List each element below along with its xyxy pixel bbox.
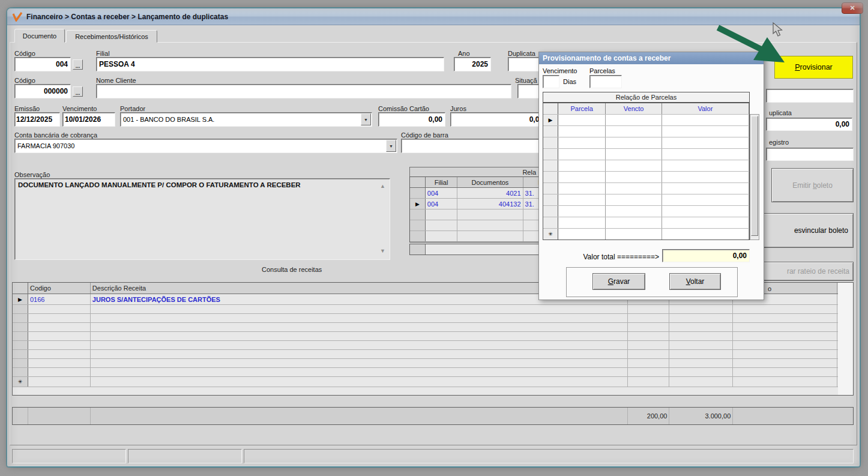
tab-documento[interactable]: Documento	[14, 29, 65, 43]
app-logo-icon	[12, 12, 23, 22]
conta-bancaria-label: Conta bancária de cobrança	[14, 131, 97, 139]
tab-recebimentos-historicos[interactable]: Recebimentos/Históricos	[66, 30, 157, 43]
hidden-label-field[interactable]	[766, 89, 854, 103]
total-col1: 200,00	[628, 408, 670, 424]
emissao-label: Emissão	[14, 105, 40, 112]
dialog-title: Provisionamento de contas a receber	[543, 54, 671, 62]
docs-grid-title-fragment: Rela	[522, 169, 536, 176]
receitas-grid-row[interactable]	[13, 341, 853, 350]
dialog-vencimento-input[interactable]	[543, 75, 559, 88]
nome-cliente-label: Nome Cliente	[96, 77, 136, 84]
dialog-parcelas-input[interactable]	[589, 75, 622, 88]
receitas-grid-row[interactable]	[13, 350, 853, 359]
parcelas-grid-row[interactable]	[543, 183, 749, 194]
observacao-textarea[interactable]: DOCUMENTO LANÇADO MANUALMENTE P/ COMPOR …	[14, 178, 390, 260]
portador-combobox[interactable]: 001 - BANCO DO BRASIL S.A. ▼	[120, 112, 372, 127]
tab-documento-label: Documento	[23, 32, 56, 40]
voltar-button[interactable]: Voltar	[669, 273, 721, 290]
receitas-grid-row[interactable]	[13, 359, 853, 368]
insert-row-icon: ✳	[18, 379, 23, 385]
codigo-browse-button[interactable]: ...	[73, 59, 83, 70]
dialog-dias-label: Dias	[563, 78, 576, 85]
receitas-grid-row[interactable]	[13, 368, 853, 377]
receitas-totals-row: 200,00 3.000,00	[12, 407, 854, 425]
comissao-cartao-field[interactable]: 0,00	[378, 112, 445, 127]
gravar-button[interactable]: Gravar	[592, 273, 645, 290]
provisionamento-dialog: Provisionamento de contas a receber Venc…	[538, 52, 764, 300]
parcelas-grid-row[interactable]	[543, 149, 749, 160]
screenshot-root: Financeiro > Contas a receber > Lançamen…	[0, 0, 868, 476]
parcelas-grid-row[interactable]	[543, 160, 749, 172]
parcelas-grid-row[interactable]	[543, 126, 749, 137]
dialog-vencimento-label: Vencimento	[543, 67, 577, 74]
parcelas-grid-row[interactable]	[543, 137, 749, 149]
parcelas-grid-row[interactable]	[543, 206, 749, 217]
gerar-rateio-button[interactable]: rar rateio de receita	[758, 262, 854, 281]
parcelas-grid-header: Parcela Vencto Valor	[543, 103, 749, 115]
receitas-grid-row[interactable]	[13, 314, 853, 323]
parcelas-grid-insert-row[interactable]: ✳	[543, 229, 749, 240]
valor-duplicata-field[interactable]: 0,00	[766, 118, 852, 131]
duplicata-label: Duplicata	[508, 50, 535, 57]
parcelas-grid-scrollbar[interactable]	[750, 114, 759, 240]
desvincular-boleto-button[interactable]: esvincular boleto	[758, 213, 854, 248]
ano-label: Ano	[458, 50, 470, 57]
valor-duplicata-label-fragment: uplicata	[769, 109, 792, 116]
parcelas-grid-title: Relação de Parcelas	[543, 92, 750, 103]
cliente-browse-button[interactable]: ...	[73, 86, 83, 97]
receitas-grid-row[interactable]	[13, 305, 853, 314]
status-panel-3	[244, 449, 854, 463]
row-selector-icon: ▶	[415, 201, 420, 207]
receitas-grid-row[interactable]	[13, 332, 853, 341]
scroll-up-icon[interactable]: ▲	[380, 183, 385, 189]
emissao-field[interactable]: 12/12/2025	[14, 112, 60, 127]
total-col2: 3.000,00	[669, 408, 733, 424]
ellipsis-icon: ...	[76, 90, 80, 96]
parcelas-grid-row[interactable]	[543, 172, 749, 183]
consulta-receitas-label: Consulta de receitas	[262, 266, 322, 273]
observacao-label: Observação	[14, 171, 50, 178]
registro-field[interactable]	[766, 148, 854, 161]
dialog-parcelas-label: Parcelas	[589, 67, 615, 74]
parcelas-grid-row[interactable]	[543, 217, 749, 229]
window-title: Financeiro > Contas a receber > Lançamen…	[26, 13, 228, 21]
cliente-codigo-label: Código	[14, 77, 35, 84]
close-icon: ✕	[849, 4, 855, 12]
row-selector-icon: ▶	[18, 297, 22, 303]
parcelas-grid-row[interactable]	[543, 194, 749, 206]
ellipsis-icon: ...	[76, 63, 80, 69]
parcelas-grid-row-selected[interactable]: ▶	[543, 115, 749, 126]
conta-bancaria-combobox[interactable]: FARMACIA 907030 ▼	[14, 139, 397, 153]
status-panel-2	[128, 449, 242, 463]
codigo-field[interactable]: 004	[14, 57, 71, 71]
cliente-codigo-field[interactable]: 000000	[14, 84, 71, 98]
portador-label: Portador	[120, 105, 145, 112]
parcelas-grid: Parcela Vencto Valor ▶	[543, 103, 750, 240]
ano-field[interactable]: 2025	[454, 57, 491, 71]
emitir-boleto-button[interactable]: Emitir boleto	[771, 168, 854, 202]
nome-cliente-field[interactable]	[96, 84, 511, 98]
valor-total-label: Valor total =========>	[563, 253, 659, 261]
juros-label: Juros	[450, 105, 466, 112]
insert-row-icon: ✳	[548, 231, 553, 237]
dropdown-arrow-icon[interactable]: ▼	[361, 113, 371, 125]
codigo-label: Código	[14, 50, 35, 57]
codigo-barra-label: Código de barra	[401, 131, 448, 139]
scroll-down-icon[interactable]: ▼	[380, 248, 385, 254]
filial-field[interactable]: PESSOA 4	[96, 57, 444, 71]
filial-label: Filial	[96, 50, 110, 57]
window-titlebar: Financeiro > Contas a receber > Lançamen…	[7, 8, 860, 25]
close-button[interactable]: ✕	[842, 2, 863, 14]
receitas-grid-insert-row[interactable]: ✳	[13, 377, 853, 387]
vencimento-label: Vencimento	[62, 105, 97, 112]
receitas-grid-row[interactable]	[13, 323, 853, 332]
vencimento-field[interactable]: 10/01/2026	[62, 112, 115, 127]
provisionar-button[interactable]: Provisionar	[774, 56, 853, 79]
comissao-cartao-label: Comissão Cartão	[378, 105, 429, 112]
valor-total-field: 0,00	[662, 249, 750, 262]
dropdown-arrow-icon[interactable]: ▼	[386, 140, 396, 152]
juros-field[interactable]: 0,00	[450, 112, 546, 127]
scrollbar-thumb[interactable]	[751, 116, 758, 236]
receitas-grid-empty-strip	[838, 283, 853, 395]
row-selector-icon: ▶	[548, 117, 552, 123]
